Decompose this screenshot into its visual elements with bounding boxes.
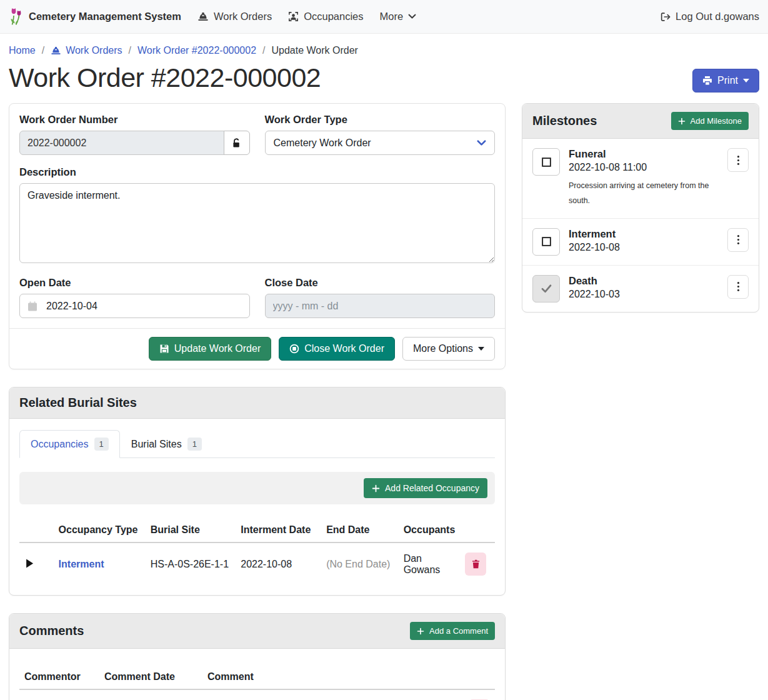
milestone-checkbox-death[interactable] [532,275,560,302]
unlock-button[interactable] [224,131,250,155]
milestone-menu-button[interactable] [727,275,749,299]
close-date-label: Close Date [265,277,496,289]
related-burial-sites-card: Related Burial Sites Occupancies 1 Buria… [9,387,506,596]
square-unchecked-icon [541,236,552,247]
breadcrumb-work-orders[interactable]: Work Orders [51,45,122,56]
tulip-logo-icon [9,8,24,26]
logout-label: Log Out d.gowans [676,11,759,22]
work-order-type-value: Cemetery Work Order [274,138,371,149]
col-occupancy-type: Occupancy Type [54,518,146,542]
tab-occupancies-label: Occupancies [31,439,89,450]
col-burial-site: Burial Site [146,518,236,542]
milestone-menu-button[interactable] [727,148,749,172]
hardhat-icon [51,46,61,55]
nav-item-more[interactable]: More [380,11,417,22]
related-burial-sites-title: Related Burial Sites [19,396,137,410]
col-comment-date: Comment Date [99,665,202,689]
more-options-button[interactable]: More Options [402,337,495,361]
col-comment: Comment [202,665,414,689]
end-date-cell: (No End Date) [321,542,399,585]
comments-title: Comments [19,624,84,638]
milestone-item: Death 2022-10-03 [522,266,759,312]
add-related-occupancy-button[interactable]: Add Related Occupancy [364,478,487,498]
breadcrumb-separator: / [262,45,265,56]
kebab-menu-icon [737,234,740,245]
milestone-date: 2022-10-08 [569,242,719,253]
comment-date-cell: 2022-10-07 10:08 [99,689,202,700]
chevron-down-icon [408,14,416,19]
caret-down-icon [743,79,749,82]
nav-label-work-orders: Work Orders [214,11,272,22]
delete-occupancy-button[interactable] [465,552,486,576]
comment-row: d.gowans 2022-10-07 10:08 Family schedul… [19,689,495,700]
check-icon [541,282,552,294]
page-title: Work Order #2022-000002 [9,62,321,93]
related-tabs: Occupancies 1 Burial Sites 1 [19,430,495,458]
milestone-checkbox-funeral[interactable] [532,148,560,176]
milestone-title: Funeral [569,148,719,160]
more-options-label: More Options [413,343,473,354]
nav-item-work-orders[interactable]: Work Orders [197,11,272,22]
work-order-type-label: Work Order Type [265,114,496,126]
update-work-order-label: Update Work Order [174,343,261,354]
occupancy-type-link[interactable]: Interment [59,559,104,569]
col-occupants: Occupants [399,518,461,542]
description-textarea[interactable] [19,183,495,263]
breadcrumb: Home / Work Orders / Work Order #2022-00… [0,34,768,56]
tab-occupancies[interactable]: Occupancies 1 [19,430,120,458]
open-date-input[interactable] [19,294,250,318]
tab-occupancies-count: 1 [94,438,109,451]
work-order-form-card: Work Order Number [9,103,506,369]
milestone-title: Interment [569,228,719,240]
breadcrumb-work-order-number[interactable]: Work Order #2022-000002 [137,45,256,56]
printer-icon [702,76,712,86]
close-work-order-label: Close Work Order [304,343,384,354]
occupants-cell: Dan Gowans [399,542,461,585]
tab-burial-sites[interactable]: Burial Sites 1 [120,430,213,458]
tab-burial-sites-label: Burial Sites [131,439,182,450]
occupancies-table: Occupancy Type Burial Site Interment Dat… [19,518,495,585]
milestone-date: 2022-10-08 11:00 [569,162,719,173]
milestone-date: 2022-10-03 [569,289,719,300]
play-icon [26,559,34,568]
kebab-menu-icon [737,155,740,166]
print-button[interactable]: Print [692,69,759,92]
hardhat-icon [197,12,209,21]
work-order-type-select[interactable]: Cemetery Work Order [265,131,496,155]
update-work-order-button[interactable]: Update Work Order [149,337,271,361]
add-milestone-label: Add Milestone [691,116,742,126]
close-date-input [265,294,496,318]
milestone-description: Procession arriving at cemetery from the… [569,179,719,209]
burial-site-cell: HS-A-0S-26E-1-1 [146,542,236,585]
nav-label-occupancies: Occupancies [304,11,363,22]
description-label: Description [19,166,495,178]
milestones-title: Milestones [532,114,597,128]
brand-title: Cemetery Management System [29,11,181,22]
comments-card: Comments Add a Comment Commentor Comment… [9,613,506,700]
logout-icon [660,12,671,22]
breadcrumb-separator: / [129,45,131,56]
breadcrumb-home[interactable]: Home [9,45,36,56]
plus-icon [678,118,686,125]
logout-link[interactable]: Log Out d.gowans [660,11,759,22]
square-unchecked-icon [541,157,552,168]
add-comment-button[interactable]: Add a Comment [410,622,495,640]
add-related-occupancy-label: Add Related Occupancy [385,483,479,493]
interment-date-cell: 2022-10-08 [236,542,321,585]
col-commentor: Commentor [19,665,99,689]
close-work-order-button[interactable]: Close Work Order [279,337,395,361]
expand-row-button[interactable] [24,558,35,569]
chevron-down-icon [477,140,486,146]
kebab-menu-icon [737,281,740,292]
nav-item-occupancies[interactable]: Occupancies [288,11,363,22]
brand-link[interactable]: Cemetery Management System [9,8,181,26]
comments-table: Commentor Comment Date Comment d.gowans … [19,665,495,700]
milestone-item: Interment 2022-10-08 [522,219,759,266]
milestones-card: Milestones Add Milestone Funeral 2022-10 [522,103,759,312]
milestone-title: Death [569,275,719,287]
milestone-checkbox-interment[interactable] [532,228,560,256]
add-milestone-button[interactable]: Add Milestone [671,112,749,130]
milestone-menu-button[interactable] [727,228,749,252]
print-label: Print [717,75,738,86]
col-interment-date: Interment Date [236,518,321,542]
